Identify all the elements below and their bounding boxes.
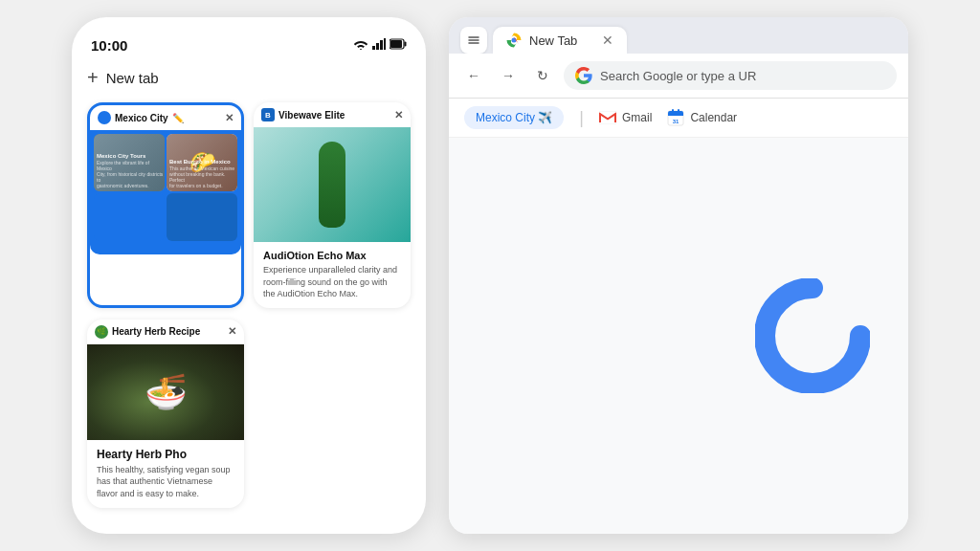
herb-recipe-image: 🍜 xyxy=(87,344,244,440)
mexico-thumb-1: Mexico City Tours Explore the vibrant li… xyxy=(94,134,165,191)
tab-dropdown-button[interactable] xyxy=(460,27,487,54)
svg-rect-11 xyxy=(668,114,683,116)
gmail-icon xyxy=(599,111,616,124)
herb-card-header: 🌿 Hearty Herb Recipe ✕ xyxy=(87,320,244,344)
vibewave-close-button[interactable]: ✕ xyxy=(394,109,403,121)
svg-rect-12 xyxy=(672,109,674,114)
edit-icon: ✏️ xyxy=(172,113,184,123)
browser-bookmarks-bar: Mexico City ✈️ | Gmail 31 Calendar xyxy=(449,99,908,138)
herb-close-button[interactable]: ✕ xyxy=(228,325,236,338)
vibewave-product-desc: Experience unparalleled clarity and room… xyxy=(263,264,401,300)
new-tab-label: New tab xyxy=(106,70,159,86)
svg-rect-2 xyxy=(380,40,383,50)
mexico-card-header: Mexico City ✏️ ✕ xyxy=(90,105,241,130)
battery-icon xyxy=(390,36,407,54)
herb-recipe-name: Hearty Herb Pho xyxy=(97,448,234,461)
svg-rect-1 xyxy=(376,43,379,50)
browser-content-area xyxy=(449,138,908,534)
calendar-label: Calendar xyxy=(690,111,737,124)
gmail-label: Gmail xyxy=(622,111,652,124)
herb-image-inner: 🍜 xyxy=(87,344,244,440)
mexico-thumb-4 xyxy=(167,193,237,241)
placeholder-card xyxy=(254,320,411,508)
reload-button[interactable]: ↻ xyxy=(529,62,556,89)
bookmark-divider: | xyxy=(579,108,584,128)
active-tab-title: New Tab xyxy=(529,33,577,48)
herb-recipe-desc: This healthy, satisfying vegan soup has … xyxy=(97,464,234,500)
phone-mockup: 10:00 + New tab Mexico City ✏️ xyxy=(72,17,426,534)
google-partial-g-graphic xyxy=(755,278,870,393)
svg-text:31: 31 xyxy=(673,119,679,124)
vibewave-product-name: AudiOtion Echo Max xyxy=(263,250,401,261)
mexico-tab-card[interactable]: Mexico City ✏️ ✕ Mexico City Tours Explo… xyxy=(87,102,244,308)
calendar-icon: 31 xyxy=(667,109,684,126)
vibewave-card-header: B Vibewave Elite ✕ xyxy=(254,102,411,127)
mexico-card-title: Mexico City xyxy=(115,113,168,123)
herb-card-title: Hearty Herb Recipe xyxy=(112,326,200,337)
svg-rect-5 xyxy=(390,40,402,48)
mexico-favicon xyxy=(98,111,111,124)
gmail-bookmark[interactable]: Gmail xyxy=(599,111,652,124)
calendar-bookmark[interactable]: 31 Calendar xyxy=(667,109,737,126)
svg-rect-6 xyxy=(405,42,407,47)
phone-status-icons xyxy=(353,36,407,54)
new-tab-row[interactable]: + New tab xyxy=(87,65,411,91)
browser-tab-bar: New Tab ✕ xyxy=(449,17,908,54)
browser-toolbar: ← → ↻ Search Google or type a UR xyxy=(449,54,908,99)
browser-mockup: New Tab ✕ ← → ↻ Search Google or type a … xyxy=(449,17,908,534)
vibewave-product-image xyxy=(254,127,411,242)
svg-rect-3 xyxy=(384,38,386,50)
mexico-thumb-2: 🌮 Best Burrito in Mexico This authentic … xyxy=(167,134,237,191)
address-bar-text: Search Google or type a UR xyxy=(600,69,756,83)
tab-close-button[interactable]: ✕ xyxy=(602,33,613,48)
svg-rect-0 xyxy=(372,46,375,50)
herb-tab-card[interactable]: 🌿 Hearty Herb Recipe ✕ 🍜 Hearty Herb Pho… xyxy=(87,320,244,508)
mexico-thumbnail-grid: Mexico City Tours Explore the vibrant li… xyxy=(90,130,241,254)
herb-favicon: 🌿 xyxy=(95,325,108,339)
svg-point-8 xyxy=(512,38,516,42)
forward-button[interactable]: → xyxy=(495,62,522,89)
mexico-bookmark-label: Mexico City ✈️ xyxy=(476,111,552,124)
tab-cards-grid: Mexico City ✏️ ✕ Mexico City Tours Explo… xyxy=(87,102,411,308)
vibewave-card-title: Vibewave Elite xyxy=(278,110,345,121)
wifi-icon xyxy=(353,36,368,54)
herb-info: Hearty Herb Pho This healthy, satisfying… xyxy=(87,440,244,508)
phone-time: 10:00 xyxy=(91,37,127,54)
vibewave-tab-card[interactable]: B Vibewave Elite ✕ AudiOtion Echo Max Ex… xyxy=(254,102,411,308)
phone-status-bar: 10:00 xyxy=(87,36,411,54)
plus-icon: + xyxy=(87,67,99,89)
speaker-shape xyxy=(319,142,345,228)
back-button[interactable]: ← xyxy=(460,62,487,89)
signal-icon xyxy=(372,36,386,54)
mexico-city-bookmark[interactable]: Mexico City ✈️ xyxy=(464,106,564,129)
svg-rect-13 xyxy=(678,109,679,114)
vibewave-favicon: B xyxy=(261,108,275,121)
mexico-thumb-3 xyxy=(94,193,165,241)
vibewave-info: AudiOtion Echo Max Experience unparallel… xyxy=(254,242,411,308)
address-bar[interactable]: Search Google or type a UR xyxy=(564,61,897,90)
mexico-close-button[interactable]: ✕ xyxy=(225,112,234,124)
google-g-icon xyxy=(575,67,592,84)
chrome-logo-icon xyxy=(506,33,522,48)
browser-active-tab[interactable]: New Tab ✕ xyxy=(493,27,627,54)
